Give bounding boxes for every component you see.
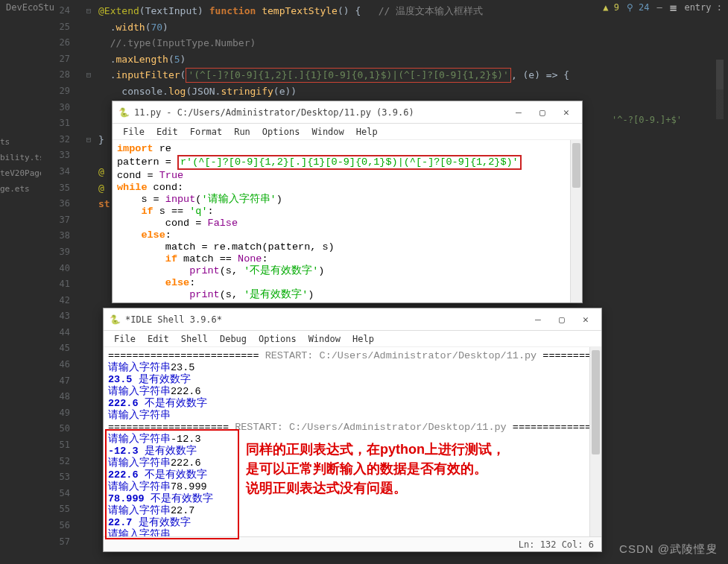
idle-editor-body[interactable]: import re pattern = r'(^[-]?[0-9]{1,2}[.…: [113, 140, 582, 302]
minimize-button[interactable]: —: [533, 314, 543, 325]
minimap[interactable]: [716, 60, 724, 119]
window-title: *IDLE Shell 3.9.6*: [125, 314, 533, 325]
window-title: 11.py - C:/Users/Administrator/Desktop/1…: [134, 107, 513, 118]
menu-options[interactable]: Options: [258, 125, 305, 139]
minimize-button[interactable]: —: [513, 107, 524, 118]
idle-shell-menu[interactable]: FileEditShellDebugOptionsWindowHelp: [104, 331, 601, 347]
menu-edit[interactable]: Edit: [152, 125, 183, 139]
sidebar-files: tsbility.tsteV20Page.ege.ets: [0, 134, 41, 197]
menu-shell[interactable]: Shell: [177, 332, 212, 346]
truncated-code: '^-?[0-9.]+$': [612, 115, 682, 125]
menu-edit[interactable]: Edit: [143, 332, 174, 346]
annotation-text: 同样的正则表达式，在python上进行测试， 是可以正常判断输入的数据是否有效的…: [246, 440, 589, 498]
menu-window[interactable]: Window: [304, 332, 345, 346]
maximize-button[interactable]: ▢: [557, 314, 567, 325]
menu-window[interactable]: Window: [307, 125, 348, 139]
menu-run[interactable]: Run: [230, 125, 255, 139]
idle-editor-menu[interactable]: FileEditFormatRunOptionsWindowHelp: [113, 124, 582, 140]
close-button[interactable]: ✕: [580, 314, 591, 325]
fold-column: ⊟⊟⊟: [79, 3, 98, 550]
python-icon: 🐍: [110, 314, 121, 325]
line-gutter: 2425262728293031323334353637383940414243…: [45, 3, 79, 550]
scrollbar[interactable]: [570, 140, 582, 302]
entry-label: entry :: [684, 2, 722, 13]
menu-help[interactable]: Help: [352, 125, 382, 139]
close-button[interactable]: ✕: [561, 107, 572, 118]
menu-help[interactable]: Help: [348, 332, 379, 346]
python-icon: 🐍: [118, 107, 130, 118]
scrollbar[interactable]: [589, 347, 601, 536]
maximize-button[interactable]: ▢: [537, 107, 548, 118]
idle-editor-window[interactable]: 🐍 11.py - C:/Users/Administrator/Desktop…: [112, 101, 583, 303]
menu-file[interactable]: File: [118, 125, 149, 139]
menu-options[interactable]: Options: [254, 332, 301, 346]
status-bar: Ln: 132 Col: 6: [104, 536, 601, 551]
menu-debug[interactable]: Debug: [215, 332, 251, 346]
idle-shell-window[interactable]: 🐍 *IDLE Shell 3.9.6* — ▢ ✕ FileEditShell…: [103, 308, 602, 552]
menu-format[interactable]: Format: [186, 125, 227, 139]
menu-file[interactable]: File: [110, 332, 140, 346]
